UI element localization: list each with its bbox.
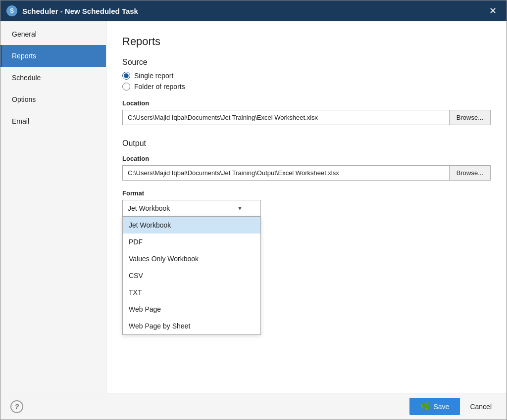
format-option-txt[interactable]: TXT [123,284,260,301]
format-option-web-page-by-sheet[interactable]: Web Page by Sheet [123,318,260,334]
app-icon: S [6,5,17,16]
format-label: Format [122,189,491,197]
close-button[interactable]: ✕ [485,4,501,17]
app-window: S Scheduler - New Scheduled Task ✕ Gener… [0,0,507,420]
content-area: Reports Source Single report Folder of r… [106,21,507,393]
format-option-csv[interactable]: CSV [123,267,260,284]
sidebar-item-email[interactable]: Email [0,110,106,132]
page-title: Reports [122,35,491,48]
folder-of-reports-option[interactable]: Folder of reports [122,83,491,91]
save-button[interactable]: 🌿 Save [409,398,460,415]
format-section: Format Jet Workbook ▼ Jet Workbook PDF V… [122,189,491,228]
single-report-option[interactable]: Single report [122,72,491,80]
sidebar-item-options[interactable]: Options [0,89,106,110]
source-section-title: Source [122,58,491,67]
help-button[interactable]: ? [10,400,23,413]
output-browse-button[interactable]: Browse... [449,166,490,180]
source-location-field: Browse... [122,110,491,125]
format-option-values-only[interactable]: Values Only Workbook [123,250,260,267]
main-layout: General Reports Schedule Options Email R… [0,21,507,393]
sidebar: General Reports Schedule Options Email [0,21,106,393]
format-option-web-page[interactable]: Web Page [123,301,260,318]
format-option-jet-workbook[interactable]: Jet Workbook [123,217,260,233]
source-radio-group: Single report Folder of reports [122,72,491,91]
source-location-input[interactable] [123,110,449,125]
sidebar-item-general[interactable]: General [0,23,106,45]
output-location-input[interactable] [123,166,449,180]
folder-report-radio[interactable] [122,83,130,91]
output-location-label: Location [122,155,491,162]
output-section-title: Output [122,139,491,148]
format-dropdown-trigger[interactable]: Jet Workbook ▼ [122,200,261,217]
source-section: Source Single report Folder of reports L… [122,58,491,125]
format-dropdown-container: Jet Workbook ▼ Jet Workbook PDF Values O… [122,200,491,217]
save-icon: 🌿 [420,402,430,411]
titlebar-left: S Scheduler - New Scheduled Task [6,5,138,16]
dropdown-arrow-icon: ▼ [237,205,243,211]
format-option-pdf[interactable]: PDF [123,233,260,250]
sidebar-item-reports[interactable]: Reports [0,45,106,67]
source-location-label: Location [122,99,491,107]
titlebar: S Scheduler - New Scheduled Task ✕ [0,0,507,21]
bottom-bar: ? 🌿 Save Cancel [0,393,507,420]
output-location-field: Browse... [122,165,491,181]
cancel-button[interactable]: Cancel [465,398,497,415]
output-section: Output Location Browse... Format Jet Wor… [122,139,491,228]
sidebar-item-schedule[interactable]: Schedule [0,67,106,89]
bottom-actions: 🌿 Save Cancel [409,398,497,415]
single-report-radio[interactable] [122,72,130,80]
source-browse-button[interactable]: Browse... [449,110,490,125]
format-dropdown-list: Jet Workbook PDF Values Only Workbook CS… [122,217,261,335]
window-title: Scheduler - New Scheduled Task [22,7,138,15]
